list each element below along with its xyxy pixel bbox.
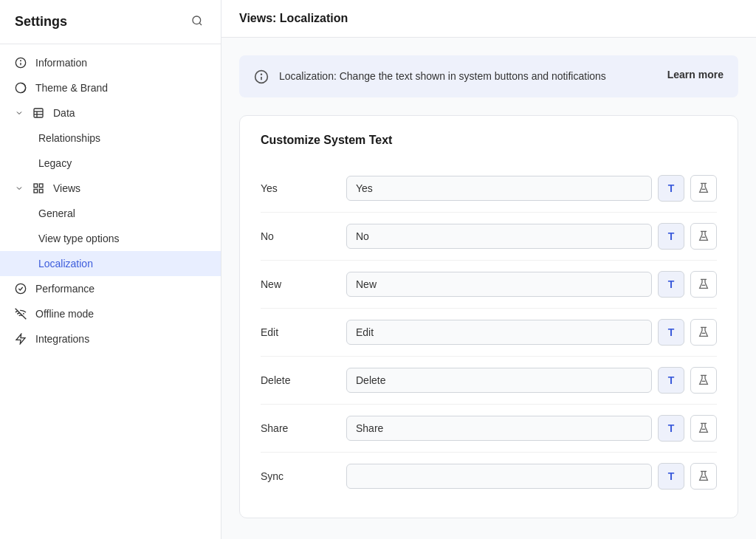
field-input-edit[interactable]	[346, 320, 652, 345]
field-input-wrap-sync: T	[346, 463, 717, 490]
field-label-share: Share	[261, 422, 334, 434]
svg-marker-17	[16, 334, 25, 343]
field-input-wrap-delete: T	[346, 367, 717, 394]
customize-title: Customize System Text	[261, 134, 717, 147]
main-header: Views: Localization	[221, 0, 756, 38]
beaker-button-sync[interactable]	[690, 463, 717, 490]
beaker-button-delete[interactable]	[690, 367, 717, 394]
integrations-icon	[15, 333, 28, 345]
text-format-button-no[interactable]: T	[658, 223, 684, 250]
sidebar-item-integrations[interactable]: Integrations	[0, 326, 221, 351]
beaker-button-no[interactable]	[690, 223, 717, 250]
svg-point-14	[16, 284, 25, 293]
beaker-button-share[interactable]	[690, 415, 717, 442]
text-format-button-new[interactable]: T	[658, 271, 684, 298]
sidebar-item-label: Information	[35, 57, 87, 69]
sidebar-item-relationships[interactable]: Relationships	[0, 126, 221, 151]
search-icon	[191, 15, 203, 27]
performance-icon	[15, 283, 28, 295]
beaker-icon	[698, 470, 709, 482]
beaker-icon	[698, 278, 709, 290]
text-format-button-edit[interactable]: T	[658, 319, 684, 346]
sidebar-item-views[interactable]: Views	[0, 176, 221, 201]
field-row-no: NoT	[261, 213, 717, 261]
svg-point-0	[193, 16, 201, 24]
sidebar-title: Settings	[15, 14, 67, 30]
sidebar-item-label: General	[38, 207, 75, 219]
sidebar-item-label: Relationships	[38, 132, 100, 144]
sidebar-item-general[interactable]: General	[0, 201, 221, 226]
svg-rect-13	[39, 189, 43, 193]
sidebar-item-theme-brand[interactable]: Theme & Brand	[0, 75, 221, 100]
sidebar-item-offline-mode[interactable]: Offline mode	[0, 301, 221, 326]
svg-rect-12	[34, 189, 38, 193]
svg-line-1	[199, 23, 202, 25]
field-input-new[interactable]	[346, 272, 652, 297]
info-circle-icon	[15, 57, 28, 69]
views-icon	[32, 182, 46, 194]
field-input-delete[interactable]	[346, 368, 652, 393]
field-label-no: No	[261, 230, 334, 242]
text-format-button-yes[interactable]: T	[658, 175, 684, 202]
theme-icon	[15, 82, 28, 94]
chevron-icon	[15, 109, 25, 117]
beaker-button-edit[interactable]	[690, 319, 717, 346]
field-input-wrap-share: T	[346, 415, 717, 442]
beaker-icon	[698, 230, 709, 242]
field-input-yes[interactable]	[346, 176, 652, 201]
sidebar: Settings InformationTheme & BrandDataRel…	[0, 0, 221, 539]
search-button[interactable]	[188, 12, 206, 32]
field-row-edit: EditT	[261, 309, 717, 357]
sidebar-item-label: Integrations	[35, 333, 89, 345]
field-input-no[interactable]	[346, 224, 652, 249]
main-body: Localization: Change the text shown in s…	[221, 38, 756, 539]
beaker-icon	[698, 326, 709, 338]
beaker-icon	[698, 422, 709, 434]
field-input-wrap-new: T	[346, 271, 717, 298]
table-icon	[32, 107, 46, 119]
sidebar-item-information[interactable]: Information	[0, 50, 221, 75]
field-label-yes: Yes	[261, 182, 334, 194]
sidebar-item-performance[interactable]: Performance	[0, 276, 221, 301]
field-label-edit: Edit	[261, 326, 334, 338]
offline-icon	[15, 308, 28, 320]
svg-rect-6	[34, 109, 43, 117]
field-label-sync: Sync	[261, 470, 334, 482]
sidebar-nav: InformationTheme & BrandDataRelationship…	[0, 44, 221, 357]
field-input-wrap-edit: T	[346, 319, 717, 346]
sidebar-item-data[interactable]: Data	[0, 100, 221, 126]
field-input-share[interactable]	[346, 416, 652, 441]
field-input-wrap-yes: T	[346, 175, 717, 202]
main-content: Views: Localization Localization: Change…	[221, 0, 756, 539]
sidebar-item-label: Offline mode	[35, 308, 94, 320]
page-title: Views: Localization	[239, 12, 348, 24]
sidebar-item-label: Localization	[38, 258, 93, 270]
beaker-icon	[698, 182, 709, 194]
text-format-button-sync[interactable]: T	[658, 463, 684, 490]
svg-rect-11	[39, 184, 43, 188]
field-row-sync: SyncT	[261, 453, 717, 500]
info-banner: Localization: Change the text shown in s…	[239, 55, 738, 97]
sidebar-item-localization[interactable]: Localization	[0, 251, 221, 276]
field-label-delete: Delete	[261, 374, 334, 386]
beaker-icon	[698, 374, 709, 386]
text-format-button-share[interactable]: T	[658, 415, 684, 442]
field-row-new: NewT	[261, 261, 717, 309]
info-icon	[254, 69, 269, 84]
sidebar-item-label: Views	[53, 182, 80, 194]
sidebar-item-legacy[interactable]: Legacy	[0, 151, 221, 176]
customize-card: Customize System Text YesTNoTNewTEditTDe…	[239, 115, 738, 518]
beaker-button-new[interactable]	[690, 271, 717, 298]
banner-text: Localization: Change the text shown in s…	[279, 69, 657, 84]
sidebar-item-view-type-options[interactable]: View type options	[0, 226, 221, 251]
svg-rect-10	[34, 184, 38, 188]
beaker-button-yes[interactable]	[690, 175, 717, 202]
learn-more-link[interactable]: Learn more	[667, 69, 724, 80]
field-input-sync[interactable]	[346, 464, 652, 489]
text-format-button-delete[interactable]: T	[658, 367, 684, 394]
chevron-icon	[15, 184, 25, 193]
field-row-share: ShareT	[261, 405, 717, 453]
sidebar-header: Settings	[0, 0, 221, 44]
field-row-yes: YesT	[261, 165, 717, 213]
fields-container: YesTNoTNewTEditTDeleteTShareTSyncT	[261, 165, 717, 500]
